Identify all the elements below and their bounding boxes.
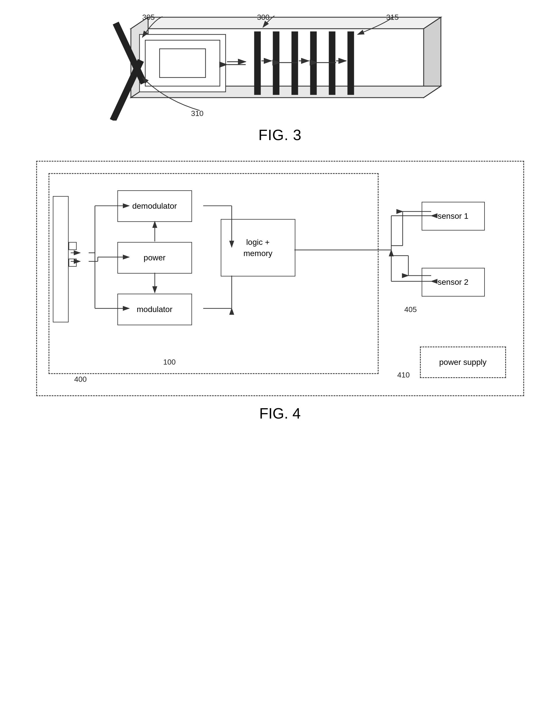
block-power: power — [117, 242, 192, 274]
antenna-connectors — [69, 242, 77, 267]
fig3-svg — [108, 11, 452, 121]
fig4-inner-box — [49, 173, 379, 374]
svg-rect-14 — [273, 32, 279, 95]
ref-315: 315 — [386, 13, 399, 22]
fig3-title: FIG. 3 — [258, 126, 301, 144]
ref-100: 100 — [163, 358, 176, 367]
connector-1 — [69, 242, 77, 250]
ref-300: 300 — [257, 13, 270, 22]
fig3-diagram: 305 300 315 310 — [108, 11, 452, 121]
svg-rect-17 — [329, 32, 335, 95]
block-sensor1: sensor 1 — [422, 202, 485, 231]
ref-400: 400 — [74, 375, 87, 384]
antenna — [53, 196, 69, 322]
svg-rect-13 — [254, 32, 261, 95]
block-logic-memory: logic + memory — [221, 219, 295, 276]
connector-2 — [69, 259, 77, 267]
ref-305: 305 — [142, 13, 155, 22]
ref-405: 405 — [404, 305, 417, 314]
svg-rect-15 — [292, 32, 298, 95]
svg-rect-6 — [160, 49, 206, 78]
ref-310: 310 — [191, 109, 204, 118]
block-sensor2: sensor 2 — [422, 268, 485, 297]
svg-marker-1 — [424, 17, 441, 98]
block-modulator: modulator — [117, 294, 192, 325]
fig4-title: FIG. 4 — [259, 405, 301, 422]
block-demodulator: demodulator — [117, 190, 192, 222]
svg-rect-16 — [310, 32, 317, 95]
svg-rect-18 — [348, 32, 354, 95]
fig4-section: demodulator power modulator logic + memo… — [36, 161, 524, 422]
ref-410: 410 — [397, 371, 410, 380]
fig3-section: 305 300 315 310 — [51, 11, 510, 144]
fig4-outer-box: demodulator power modulator logic + memo… — [36, 161, 524, 396]
block-power-supply: power supply — [420, 346, 506, 378]
